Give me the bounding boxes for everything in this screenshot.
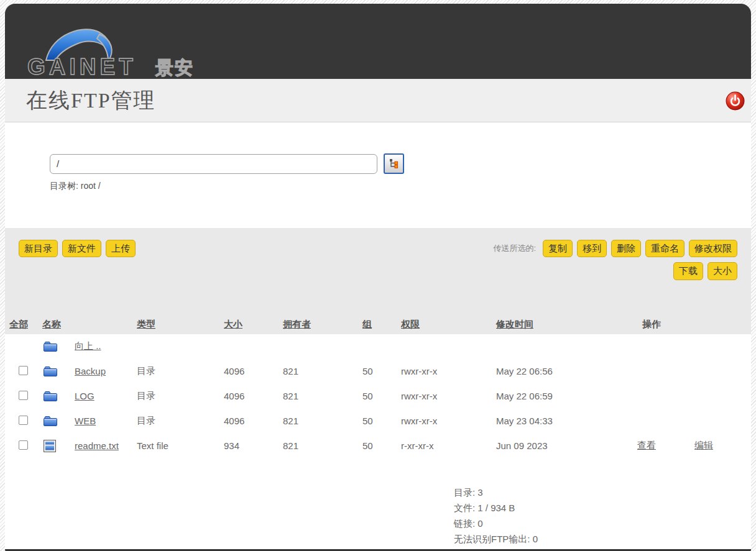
header-perms[interactable]: 权限 [401, 319, 496, 330]
main-content: 目录树: root / 新目录 新文件 上传 传送所选的: 复制 移到 删除 重… [5, 122, 751, 549]
page-title: 在线FTP管理 [26, 86, 156, 115]
file-name-link[interactable]: readme.txt [75, 440, 119, 451]
cell-perms: rwxr-xr-x [401, 391, 496, 401]
text-file-icon [44, 440, 56, 452]
row-checkbox[interactable] [19, 416, 28, 425]
header-owner[interactable]: 拥有者 [283, 319, 362, 330]
cell-group: 50 [362, 440, 401, 451]
cell-group: 50 [362, 391, 401, 401]
summary-links: 链接: 0 [454, 516, 751, 531]
upload-button[interactable]: 上传 [106, 240, 136, 257]
header-group[interactable]: 组 [362, 319, 401, 330]
table-row: readme.txt Text file 934 821 50 r-xr-xr-… [5, 434, 751, 458]
rename-button[interactable]: 重命名 [645, 240, 685, 257]
cell-group: 50 [362, 366, 401, 376]
view-file-link[interactable]: 查看 [637, 440, 656, 450]
edit-file-link[interactable]: 编辑 [694, 440, 713, 450]
cell-owner: 821 [283, 366, 362, 376]
toolbar-section: 新目录 新文件 上传 传送所选的: 复制 移到 删除 重命名 修改权限 下载 [5, 228, 751, 334]
file-name-link[interactable]: LOG [75, 391, 94, 401]
cell-owner: 821 [283, 416, 362, 426]
selected-actions-label: 传送所选的: [493, 243, 536, 254]
up-directory-link[interactable]: 向上 .. [75, 340, 101, 351]
table-row: WEB 目录 4096 821 50 rwxr-xr-x May 23 04:3… [5, 409, 751, 434]
new-directory-button[interactable]: 新目录 [19, 240, 58, 257]
directory-tree-button[interactable] [384, 153, 404, 174]
header-name[interactable]: 名称 [39, 319, 137, 330]
summary-directories: 目录: 3 [454, 485, 751, 500]
row-checkbox[interactable] [19, 366, 28, 375]
cell-type: 目录 [137, 415, 224, 427]
header-type[interactable]: 类型 [137, 319, 224, 330]
new-file-button[interactable]: 新文件 [62, 240, 101, 257]
header-size[interactable]: 大小 [224, 319, 283, 330]
table-header-row: 全部 名称 类型 大小 拥有者 组 权限 修改时间 操作 [5, 316, 751, 334]
logo-text-cn: 景安 [155, 58, 194, 78]
title-bar: 在线FTP管理 [5, 79, 751, 122]
cell-owner: 821 [283, 391, 362, 401]
cell-type: 目录 [137, 365, 224, 377]
cell-type: 目录 [137, 390, 224, 402]
logo-text: GAINET [27, 54, 137, 79]
header-actions: 操作 [637, 319, 751, 330]
chmod-button[interactable]: 修改权限 [689, 240, 737, 257]
cell-mtime: May 22 06:59 [496, 391, 637, 401]
summary-files: 文件: 1 / 934 B [454, 500, 751, 516]
file-table: 向上 .. Backup 目录 4096 821 50 rwxr-xr-x Ma… [5, 334, 751, 458]
logout-power-icon[interactable] [726, 91, 745, 111]
cell-size: 934 [224, 440, 283, 451]
path-input[interactable] [50, 154, 377, 174]
cell-type: Text file [137, 440, 224, 451]
cell-size: 4096 [224, 391, 283, 401]
cell-owner: 821 [283, 440, 362, 451]
folder-icon [44, 366, 57, 376]
folder-icon [44, 391, 57, 401]
move-button[interactable]: 移到 [577, 240, 607, 257]
copy-button[interactable]: 复制 [543, 240, 573, 257]
cell-size: 4096 [224, 416, 283, 426]
cell-perms: rwxr-xr-x [401, 366, 496, 376]
folder-icon [44, 341, 57, 352]
path-bar [5, 122, 751, 174]
window-footer-bar [5, 549, 751, 551]
tree-icon [389, 158, 399, 169]
folder-icon [44, 416, 57, 426]
brand-header: GAINET 景安 [5, 4, 751, 79]
size-button[interactable]: 大小 [708, 262, 737, 280]
cell-group: 50 [362, 416, 401, 426]
cell-mtime: May 22 06:56 [496, 366, 637, 376]
summary-unrecognized: 无法识别FTP输出: 0 [454, 531, 751, 547]
directory-tree-caption: 目录树: root / [50, 181, 751, 193]
cell-perms: r-xr-xr-x [401, 440, 496, 451]
cell-perms: rwxr-xr-x [401, 416, 496, 426]
table-row: Backup 目录 4096 821 50 rwxr-xr-x May 22 0… [5, 359, 751, 384]
header-select-all[interactable]: 全部 [5, 319, 39, 330]
header-mtime[interactable]: 修改时间 [496, 319, 637, 330]
row-checkbox[interactable] [19, 391, 28, 400]
gainet-logo: GAINET 景安 [27, 20, 214, 79]
ftp-app-window: GAINET 景安 在线FTP管理 目录树: root / [5, 4, 751, 551]
cell-mtime: Jun 09 2023 [496, 440, 637, 451]
table-row: LOG 目录 4096 821 50 rwxr-xr-x May 22 06:5… [5, 384, 751, 409]
file-name-link[interactable]: WEB [75, 416, 96, 426]
cell-mtime: May 23 04:33 [496, 416, 637, 426]
delete-button[interactable]: 删除 [611, 240, 641, 257]
listing-summary: 目录: 3 文件: 1 / 934 B 链接: 0 无法识别FTP输出: 0 [454, 485, 751, 549]
cell-size: 4096 [224, 366, 283, 376]
download-button[interactable]: 下载 [673, 262, 703, 280]
file-name-link[interactable]: Backup [75, 366, 106, 376]
row-checkbox[interactable] [19, 440, 28, 450]
table-row-up: 向上 .. [5, 334, 751, 359]
